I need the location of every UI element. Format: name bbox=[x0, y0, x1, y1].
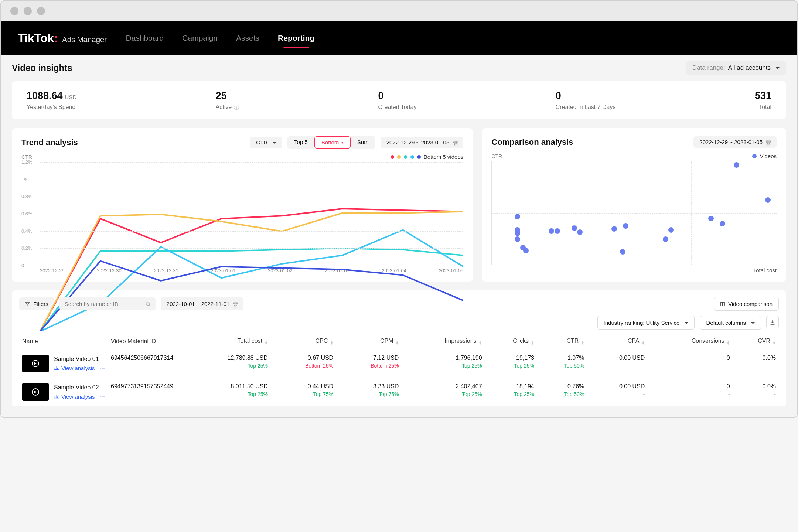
rank-label: Top 25% bbox=[405, 363, 482, 369]
grid-line: 1% bbox=[40, 180, 463, 180]
more-icon[interactable]: ⋯ bbox=[97, 365, 105, 371]
download-icon bbox=[770, 319, 775, 325]
scatter-point[interactable] bbox=[572, 225, 577, 231]
compare-icon bbox=[720, 301, 725, 307]
trend-title: Trend analysis bbox=[21, 138, 78, 147]
data-range-select[interactable]: Data range: All ad accounts bbox=[686, 61, 786, 75]
comparison-panel: Comparison analysis 2022-12-29 ~ 2023-01… bbox=[482, 128, 786, 282]
video-cell: Sample Video 02 View analysis ⋯ bbox=[22, 383, 105, 401]
stat-spend-unit: USD bbox=[65, 94, 77, 100]
legend-dot-icon bbox=[397, 155, 401, 159]
scatter-point[interactable] bbox=[555, 228, 560, 234]
seg-bottom5[interactable]: Bottom 5 bbox=[314, 136, 351, 149]
comparison-date-value: 2022-12-29 ~ 2023-01-05 bbox=[699, 139, 763, 145]
trend-date-range[interactable]: 2022-12-29 ~ 2023-01-05 bbox=[381, 137, 464, 148]
nav-reporting[interactable]: Reporting bbox=[278, 34, 314, 42]
browser-frame: TikTok: Ads Manager Dashboard Campaign A… bbox=[0, 0, 798, 418]
chevron-down-icon bbox=[749, 320, 755, 326]
rank-label: Top 25% bbox=[488, 363, 534, 369]
col-clicks[interactable]: Clicks▲▼ bbox=[485, 333, 537, 349]
col-cpm[interactable]: CPM▲▼ bbox=[336, 333, 402, 349]
search-icon bbox=[145, 301, 151, 307]
page-body: Video insights Data range: All ad accoun… bbox=[1, 55, 797, 417]
industry-ranking-select[interactable]: Industry ranking: Utility Service bbox=[597, 316, 695, 330]
col-conversions[interactable]: Conversions▲▼ bbox=[648, 333, 733, 349]
scatter-point[interactable] bbox=[734, 162, 739, 168]
table-header-row: Name Video Material ID Total cost▲▼ CPC▲… bbox=[19, 333, 779, 349]
svg-point-0 bbox=[146, 302, 150, 306]
cell-conversions: 0- bbox=[648, 349, 733, 378]
stat-active-value: 25 bbox=[216, 90, 239, 102]
col-ctr[interactable]: CTR▲▼ bbox=[537, 333, 587, 349]
scatter-point[interactable] bbox=[577, 229, 583, 235]
seg-top5[interactable]: Top 5 bbox=[287, 136, 314, 149]
columns-select[interactable]: Default columns bbox=[700, 316, 761, 330]
scatter-point[interactable] bbox=[620, 249, 625, 255]
grid-line: 0.6% bbox=[40, 214, 463, 214]
col-cpc[interactable]: CPC▲▼ bbox=[271, 333, 336, 349]
scatter-point[interactable] bbox=[515, 214, 520, 219]
view-analysis-link[interactable]: View analysis ⋯ bbox=[54, 365, 105, 371]
stat-total-value: 531 bbox=[755, 90, 771, 102]
col-name[interactable]: Name bbox=[19, 333, 108, 349]
video-comparison-button[interactable]: Video comparison bbox=[714, 297, 779, 311]
sort-icon: ▲▼ bbox=[265, 341, 268, 345]
scatter-point[interactable] bbox=[708, 216, 714, 221]
scatter-point[interactable] bbox=[523, 248, 529, 253]
cell-ctr: 0.76%Top 50% bbox=[537, 378, 587, 406]
scatter-point[interactable] bbox=[720, 221, 725, 226]
info-icon[interactable]: i bbox=[234, 105, 239, 110]
stat-active: 25 Activei bbox=[216, 90, 239, 110]
view-analysis-link[interactable]: View analysis ⋯ bbox=[54, 393, 105, 400]
trend-metric-select[interactable]: CTR bbox=[250, 137, 282, 148]
stat-total: 531 Total bbox=[755, 90, 771, 110]
nav-assets[interactable]: Assets bbox=[236, 34, 259, 42]
scatter-point[interactable] bbox=[611, 226, 617, 232]
more-icon[interactable]: ⋯ bbox=[97, 393, 105, 400]
stat-created-today: 0 Created Today bbox=[378, 90, 417, 110]
stat-spend: 1088.64USD Yesterday's Spend bbox=[27, 90, 76, 110]
video-thumbnail[interactable] bbox=[22, 355, 49, 372]
sort-icon: ▲▼ bbox=[479, 341, 482, 345]
trend-chart-top: CTR Bottom 5 videos bbox=[21, 154, 463, 160]
scatter-point[interactable] bbox=[623, 223, 628, 229]
col-totalcost[interactable]: Total cost▲▼ bbox=[182, 333, 271, 349]
window-dot bbox=[24, 7, 32, 15]
rank-label: Top 25% bbox=[488, 391, 534, 397]
nav-campaign[interactable]: Campaign bbox=[182, 34, 218, 42]
scatter-point[interactable] bbox=[663, 236, 668, 242]
video-thumbnail[interactable] bbox=[22, 383, 49, 401]
search-wrap bbox=[59, 297, 156, 310]
scatter-point[interactable] bbox=[515, 236, 520, 242]
search-input[interactable] bbox=[59, 297, 156, 310]
col-impressions[interactable]: Impressions▲▼ bbox=[402, 333, 485, 349]
col-cvr[interactable]: CVR▲▼ bbox=[733, 333, 779, 349]
rank-label: Top 50% bbox=[540, 391, 584, 397]
grid-line: 1.2% bbox=[40, 162, 463, 163]
svg-rect-2 bbox=[723, 302, 725, 306]
legend-dot-icon bbox=[417, 155, 421, 159]
scatter-point[interactable] bbox=[515, 231, 520, 236]
cell-cvr: 0.0%- bbox=[733, 349, 779, 378]
data-range-label: Data range: bbox=[692, 64, 725, 72]
play-icon bbox=[32, 360, 39, 367]
legend-dot-icon bbox=[391, 155, 394, 159]
export-button[interactable] bbox=[766, 316, 779, 328]
col-cpa[interactable]: CPA▲▼ bbox=[587, 333, 648, 349]
rank-label: Top 25% bbox=[405, 391, 482, 397]
bar-chart-icon bbox=[54, 365, 59, 371]
rank-label: - bbox=[736, 363, 776, 369]
comparison-date-range[interactable]: 2022-12-29 ~ 2023-01-05 bbox=[693, 136, 777, 148]
legend-dot-icon bbox=[410, 155, 414, 159]
scatter-point[interactable] bbox=[668, 227, 674, 233]
trend-panel: Trend analysis CTR Top 5 Bottom 5 Sum 20… bbox=[12, 128, 473, 282]
nav-dashboard[interactable]: Dashboard bbox=[126, 34, 164, 42]
window-dot bbox=[10, 7, 18, 15]
scatter-point[interactable] bbox=[549, 228, 554, 234]
scatter-point[interactable] bbox=[765, 197, 771, 203]
cell-ctr: 1.07%Top 50% bbox=[537, 349, 587, 378]
col-vmid[interactable]: Video Material ID bbox=[108, 333, 182, 349]
seg-sum[interactable]: Sum bbox=[351, 136, 375, 149]
sort-icon: ▲▼ bbox=[727, 341, 730, 345]
comparison-ylabel: CTR bbox=[491, 153, 502, 159]
